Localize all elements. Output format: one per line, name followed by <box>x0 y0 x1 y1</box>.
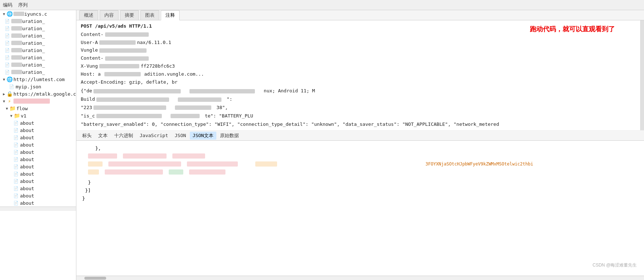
list-item[interactable]: 📄 about <box>0 170 76 177</box>
hl-block <box>187 161 238 167</box>
sub-tab-hex[interactable]: 十六进制 <box>111 132 136 140</box>
expand-icon[interactable]: ▼ <box>4 106 9 111</box>
file-icon: 📄 <box>4 69 10 75</box>
globe-icon: 🌐 <box>7 76 12 82</box>
blur <box>11 33 22 38</box>
blur <box>171 114 200 118</box>
expand-icon[interactable]: ▼ <box>1 99 7 104</box>
bottom-scrollbar[interactable] <box>76 276 644 280</box>
tree-item-flow[interactable]: ▼ 📁 flow <box>0 105 76 112</box>
sub-tab-json-text[interactable]: JSON文本 <box>190 132 216 140</box>
list-item[interactable]: 📄 about <box>0 127 76 134</box>
annotation-text: 跑动代码，就可以直观看到了 <box>530 24 615 35</box>
tree-item-lightning[interactable]: ▼ ⚡ <box>0 97 76 105</box>
closing-brace: }, <box>95 145 101 152</box>
file-icon: 📄 <box>13 178 19 184</box>
sub-tab-bar: 标头 文本 十六进制 JavaScript JSON JSON文本 原始数据 <box>76 131 644 141</box>
expand-icon[interactable]: ▼ <box>9 113 14 118</box>
request-info: POST /api/v5/ads HTTP/1.1 Content- User-… <box>76 20 644 131</box>
file-icon: 📄 <box>4 47 10 53</box>
blur <box>99 48 147 53</box>
tab-overview[interactable]: 概述 <box>79 10 98 20</box>
list-item[interactable]: 📄 about <box>0 119 76 127</box>
right-scrollbar[interactable] <box>640 20 644 130</box>
tab-chart[interactable]: 图表 <box>140 10 159 20</box>
list-item[interactable]: 📄 about <box>0 163 76 170</box>
left-panel[interactable]: ▼ 🌐 iyuncs.c 📄 uration_ 📄 uration_ 📄 ura… <box>0 10 76 280</box>
sub-tab-text[interactable]: 文本 <box>95 132 111 140</box>
tree-file-myip[interactable]: 📄 myip.json <box>0 83 76 90</box>
tree-file-dur4[interactable]: 📄 uration_ <box>0 39 76 47</box>
sub-tab-javascript[interactable]: JavaScript <box>137 132 171 139</box>
folder-icon: 📁 <box>9 105 15 111</box>
tab-summary[interactable]: 摘要 <box>120 10 139 20</box>
tree-file-dur5[interactable]: 📄 uration_ <box>0 47 76 54</box>
sub-tab-json[interactable]: JSON <box>172 132 189 139</box>
hl-block <box>189 169 225 175</box>
blur <box>99 40 136 45</box>
blur <box>11 41 22 45</box>
tree-file-dur2[interactable]: 📄 uration_ <box>0 25 76 32</box>
hl-block <box>88 153 117 159</box>
tree-item-lumtest[interactable]: ▼ 🌐 http://lumtest.com <box>0 76 76 83</box>
tree-item-v1[interactable]: ▼ 📁 v1 <box>0 112 76 119</box>
list-item[interactable]: 📄 about <box>0 185 76 192</box>
list-item[interactable]: 📄 about <box>0 134 76 141</box>
hl-block <box>255 161 277 167</box>
list-item[interactable]: 📄 about <box>0 141 76 148</box>
sub-tab-header[interactable]: 标头 <box>79 132 95 140</box>
watermark: CSDN @晦涩难董先生 <box>592 262 637 268</box>
tree-item-mtalk[interactable]: ▶ 🔒 https://mtalk.google.com:5228 <box>0 90 76 97</box>
hl-block <box>169 169 183 175</box>
right-panel: 概述 内容 摘要 图表 注释 POST /api/v5/ads HTTP/1.1… <box>76 10 644 280</box>
hl-block <box>108 161 181 167</box>
sub-tab-raw[interactable]: 原始数据 <box>217 132 242 140</box>
blur <box>93 105 166 110</box>
blur-label <box>13 99 50 104</box>
blur <box>93 89 181 93</box>
tree-file-dur3[interactable]: 📄 uration_ <box>0 32 76 39</box>
expand-icon[interactable]: ▼ <box>1 77 7 82</box>
list-item[interactable]: 📄 about <box>0 192 76 199</box>
list-item[interactable]: 📄 about <box>0 148 76 156</box>
list-item[interactable]: 📄 about <box>0 199 76 207</box>
file-icon: 📄 <box>4 40 10 46</box>
list-item[interactable]: 📄 about <box>0 177 76 185</box>
list-item[interactable]: 📄 about <box>0 156 76 163</box>
hl-block <box>172 153 205 159</box>
file-icon: 📄 <box>4 62 10 68</box>
expand-icon[interactable]: ▼ <box>1 11 7 16</box>
top-bar: 编码 序列 <box>0 0 644 10</box>
blur <box>11 55 22 60</box>
blur <box>96 97 169 102</box>
tab-annotation[interactable]: 注释 <box>161 10 180 20</box>
myip-label: myip.json <box>16 84 41 89</box>
tree-file-dur6[interactable]: 📄 uration_ <box>0 54 76 61</box>
code-area[interactable]: }, <box>76 141 644 276</box>
final-brace: } <box>82 195 85 202</box>
scrollbar-thumb[interactable] <box>84 277 106 280</box>
close-brace: } <box>88 179 91 186</box>
file-icon: 📄 <box>13 185 19 191</box>
tree-file-dur8[interactable]: 📄 uration_ <box>0 68 76 76</box>
tab-bar: 概述 内容 摘要 图表 注释 <box>76 10 644 20</box>
tree-file-dur1[interactable]: 📄 uration_ <box>0 17 76 25</box>
tab-content[interactable]: 内容 <box>100 10 119 20</box>
tree-file-dur7[interactable]: 📄 uration_ <box>0 61 76 68</box>
tree-item-globe-top[interactable]: ▼ 🌐 iyuncs.c <box>0 10 76 17</box>
token-partial: 3FOYXNjaSOtcHJpbWFyeV9kZWMxMSOtelwic2thb… <box>425 161 533 167</box>
close-bracket: }] <box>85 187 91 194</box>
file-icon: 📄 <box>9 84 15 89</box>
file-icon: 📄 <box>13 142 19 148</box>
expand-icon[interactable]: ▶ <box>1 91 7 96</box>
file-icon: 📄 <box>4 25 10 31</box>
blur <box>175 105 211 110</box>
file-icon: 📄 <box>13 149 19 155</box>
file-icon: 📄 <box>4 33 10 39</box>
blur <box>178 97 221 102</box>
hl-block <box>105 169 163 175</box>
blur-host <box>13 12 24 16</box>
blur <box>11 26 22 31</box>
left-scrollbar[interactable] <box>0 207 76 211</box>
file-icon: 📄 <box>13 200 19 206</box>
